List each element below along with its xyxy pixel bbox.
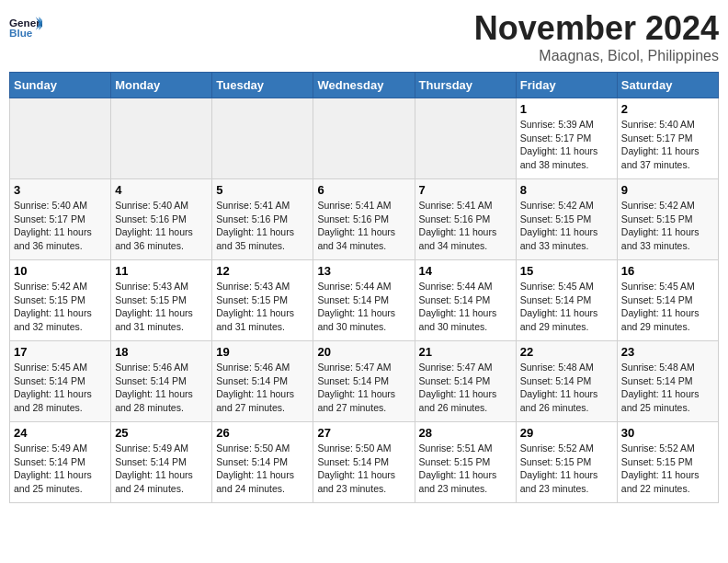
calendar-cell: 29Sunrise: 5:52 AM Sunset: 5:15 PM Dayli… <box>516 422 617 503</box>
calendar-cell <box>313 98 415 179</box>
calendar-cell: 15Sunrise: 5:45 AM Sunset: 5:14 PM Dayli… <box>516 260 617 341</box>
day-info: Sunrise: 5:48 AM Sunset: 5:14 PM Dayligh… <box>621 361 714 415</box>
calendar-cell: 24Sunrise: 5:49 AM Sunset: 5:14 PM Dayli… <box>10 422 111 503</box>
day-number: 23 <box>621 345 714 359</box>
day-info: Sunrise: 5:45 AM Sunset: 5:14 PM Dayligh… <box>14 361 107 415</box>
day-info: Sunrise: 5:43 AM Sunset: 5:15 PM Dayligh… <box>216 280 309 334</box>
day-number: 11 <box>115 264 208 278</box>
day-number: 25 <box>115 426 208 440</box>
day-number: 6 <box>317 183 410 197</box>
day-number: 7 <box>419 183 512 197</box>
calendar-cell: 25Sunrise: 5:49 AM Sunset: 5:14 PM Dayli… <box>111 422 212 503</box>
header-tuesday: Tuesday <box>212 73 313 98</box>
day-number: 30 <box>621 426 714 440</box>
day-info: Sunrise: 5:48 AM Sunset: 5:14 PM Dayligh… <box>520 361 613 415</box>
header-row: SundayMondayTuesdayWednesdayThursdayFrid… <box>10 73 719 98</box>
page-header: General Blue November 2024 Maagnas, Bico… <box>9 9 719 64</box>
calendar-cell: 3Sunrise: 5:40 AM Sunset: 5:17 PM Daylig… <box>10 179 111 260</box>
header-monday: Monday <box>111 73 212 98</box>
day-number: 3 <box>14 183 107 197</box>
calendar-cell: 4Sunrise: 5:40 AM Sunset: 5:16 PM Daylig… <box>111 179 212 260</box>
calendar-cell: 27Sunrise: 5:50 AM Sunset: 5:14 PM Dayli… <box>313 422 415 503</box>
header-wednesday: Wednesday <box>313 73 415 98</box>
day-number: 15 <box>520 264 613 278</box>
calendar-cell: 6Sunrise: 5:41 AM Sunset: 5:16 PM Daylig… <box>313 179 415 260</box>
calendar-cell: 10Sunrise: 5:42 AM Sunset: 5:15 PM Dayli… <box>10 260 111 341</box>
calendar-cell: 5Sunrise: 5:41 AM Sunset: 5:16 PM Daylig… <box>212 179 313 260</box>
calendar-cell <box>415 98 516 179</box>
day-info: Sunrise: 5:44 AM Sunset: 5:14 PM Dayligh… <box>419 280 512 334</box>
day-info: Sunrise: 5:41 AM Sunset: 5:16 PM Dayligh… <box>317 199 410 253</box>
day-number: 22 <box>520 345 613 359</box>
day-info: Sunrise: 5:44 AM Sunset: 5:14 PM Dayligh… <box>317 280 410 334</box>
calendar-cell: 19Sunrise: 5:46 AM Sunset: 5:14 PM Dayli… <box>212 341 313 422</box>
day-info: Sunrise: 5:42 AM Sunset: 5:15 PM Dayligh… <box>14 280 107 334</box>
day-info: Sunrise: 5:46 AM Sunset: 5:14 PM Dayligh… <box>115 361 208 415</box>
calendar-cell: 12Sunrise: 5:43 AM Sunset: 5:15 PM Dayli… <box>212 260 313 341</box>
page-title: November 2024 <box>474 9 719 48</box>
day-info: Sunrise: 5:50 AM Sunset: 5:14 PM Dayligh… <box>317 442 410 496</box>
calendar-cell: 30Sunrise: 5:52 AM Sunset: 5:15 PM Dayli… <box>617 422 718 503</box>
day-number: 27 <box>317 426 410 440</box>
day-info: Sunrise: 5:41 AM Sunset: 5:16 PM Dayligh… <box>216 199 309 253</box>
header-friday: Friday <box>516 73 617 98</box>
svg-text:Blue: Blue <box>9 27 33 39</box>
day-info: Sunrise: 5:40 AM Sunset: 5:16 PM Dayligh… <box>115 199 208 253</box>
calendar-cell: 11Sunrise: 5:43 AM Sunset: 5:15 PM Dayli… <box>111 260 212 341</box>
calendar-table: SundayMondayTuesdayWednesdayThursdayFrid… <box>9 72 719 503</box>
day-info: Sunrise: 5:49 AM Sunset: 5:14 PM Dayligh… <box>14 442 107 496</box>
calendar-cell: 21Sunrise: 5:47 AM Sunset: 5:14 PM Dayli… <box>415 341 516 422</box>
day-number: 28 <box>419 426 512 440</box>
day-number: 9 <box>621 183 714 197</box>
calendar-cell: 16Sunrise: 5:45 AM Sunset: 5:14 PM Dayli… <box>617 260 718 341</box>
calendar-cell <box>111 98 212 179</box>
day-number: 24 <box>14 426 107 440</box>
day-number: 5 <box>216 183 309 197</box>
day-number: 18 <box>115 345 208 359</box>
logo: General Blue <box>9 15 44 40</box>
day-info: Sunrise: 5:41 AM Sunset: 5:16 PM Dayligh… <box>419 199 512 253</box>
calendar-cell: 23Sunrise: 5:48 AM Sunset: 5:14 PM Dayli… <box>617 341 718 422</box>
day-number: 14 <box>419 264 512 278</box>
day-number: 16 <box>621 264 714 278</box>
calendar-body: 1Sunrise: 5:39 AM Sunset: 5:17 PM Daylig… <box>10 98 719 503</box>
calendar-cell: 1Sunrise: 5:39 AM Sunset: 5:17 PM Daylig… <box>516 98 617 179</box>
day-info: Sunrise: 5:39 AM Sunset: 5:17 PM Dayligh… <box>520 118 613 172</box>
day-number: 4 <box>115 183 208 197</box>
day-info: Sunrise: 5:45 AM Sunset: 5:14 PM Dayligh… <box>621 280 714 334</box>
day-number: 19 <box>216 345 309 359</box>
calendar-cell: 18Sunrise: 5:46 AM Sunset: 5:14 PM Dayli… <box>111 341 212 422</box>
week-row-2: 3Sunrise: 5:40 AM Sunset: 5:17 PM Daylig… <box>10 179 719 260</box>
day-info: Sunrise: 5:45 AM Sunset: 5:14 PM Dayligh… <box>520 280 613 334</box>
calendar-cell: 20Sunrise: 5:47 AM Sunset: 5:14 PM Dayli… <box>313 341 415 422</box>
page-subtitle: Maagnas, Bicol, Philippines <box>474 48 719 64</box>
calendar-cell: 28Sunrise: 5:51 AM Sunset: 5:15 PM Dayli… <box>415 422 516 503</box>
day-number: 17 <box>14 345 107 359</box>
day-number: 2 <box>621 102 714 116</box>
calendar-cell: 8Sunrise: 5:42 AM Sunset: 5:15 PM Daylig… <box>516 179 617 260</box>
day-info: Sunrise: 5:51 AM Sunset: 5:15 PM Dayligh… <box>419 442 512 496</box>
day-info: Sunrise: 5:49 AM Sunset: 5:14 PM Dayligh… <box>115 442 208 496</box>
calendar-cell: 13Sunrise: 5:44 AM Sunset: 5:14 PM Dayli… <box>313 260 415 341</box>
day-number: 8 <box>520 183 613 197</box>
week-row-5: 24Sunrise: 5:49 AM Sunset: 5:14 PM Dayli… <box>10 422 719 503</box>
calendar-cell: 2Sunrise: 5:40 AM Sunset: 5:17 PM Daylig… <box>617 98 718 179</box>
day-info: Sunrise: 5:40 AM Sunset: 5:17 PM Dayligh… <box>621 118 714 172</box>
header-sunday: Sunday <box>10 73 111 98</box>
day-number: 21 <box>419 345 512 359</box>
day-info: Sunrise: 5:47 AM Sunset: 5:14 PM Dayligh… <box>317 361 410 415</box>
calendar-cell: 14Sunrise: 5:44 AM Sunset: 5:14 PM Dayli… <box>415 260 516 341</box>
day-info: Sunrise: 5:52 AM Sunset: 5:15 PM Dayligh… <box>520 442 613 496</box>
calendar-cell: 7Sunrise: 5:41 AM Sunset: 5:16 PM Daylig… <box>415 179 516 260</box>
day-info: Sunrise: 5:43 AM Sunset: 5:15 PM Dayligh… <box>115 280 208 334</box>
day-number: 13 <box>317 264 410 278</box>
week-row-3: 10Sunrise: 5:42 AM Sunset: 5:15 PM Dayli… <box>10 260 719 341</box>
day-number: 12 <box>216 264 309 278</box>
day-info: Sunrise: 5:46 AM Sunset: 5:14 PM Dayligh… <box>216 361 309 415</box>
day-number: 26 <box>216 426 309 440</box>
day-info: Sunrise: 5:47 AM Sunset: 5:14 PM Dayligh… <box>419 361 512 415</box>
day-info: Sunrise: 5:42 AM Sunset: 5:15 PM Dayligh… <box>520 199 613 253</box>
calendar-cell: 9Sunrise: 5:42 AM Sunset: 5:15 PM Daylig… <box>617 179 718 260</box>
day-number: 29 <box>520 426 613 440</box>
header-thursday: Thursday <box>415 73 516 98</box>
